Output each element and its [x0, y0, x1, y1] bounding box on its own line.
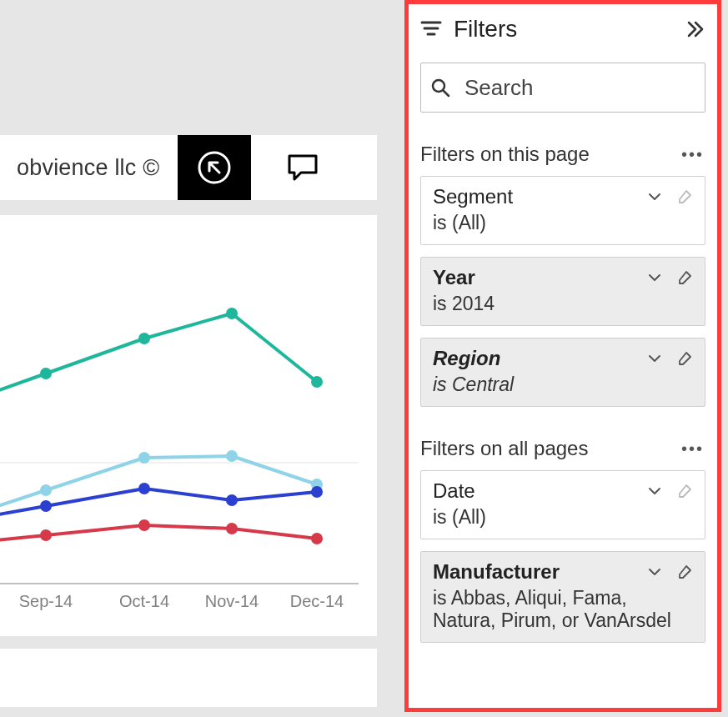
chevron-down-icon[interactable] [646, 350, 663, 367]
collapse-pane-icon[interactable] [685, 19, 705, 39]
filters-search-input[interactable] [463, 74, 728, 102]
filters-pane: Filters Filters on this page • [409, 4, 717, 708]
brand-text: obvience llc © [0, 155, 159, 181]
svg-point-14 [311, 486, 323, 498]
eraser-icon[interactable] [676, 350, 693, 367]
filter-card-manufacturer[interactable]: Manufacturer is Abbas, Aliqui, Fama, Nat… [420, 551, 705, 643]
filter-card-year[interactable]: Year is 2014 [420, 257, 705, 326]
filter-card-segment[interactable]: Segment is (All) [420, 176, 705, 245]
svg-point-13 [226, 494, 238, 506]
svg-point-7 [40, 484, 52, 496]
filters-pane-header: Filters [409, 4, 717, 54]
filter-card-title: Segment [433, 185, 513, 208]
filter-card-status: is 2014 [433, 293, 693, 315]
chevron-down-icon[interactable] [646, 564, 663, 580]
filters-pane-highlight: Filters Filters on this page • [404, 0, 721, 712]
svg-point-15 [40, 529, 52, 541]
svg-point-3 [40, 368, 52, 379]
filters-page-section-header: Filters on this page ••• [420, 143, 705, 166]
report-lower-band [0, 649, 377, 707]
svg-text:Nov-14: Nov-14 [205, 592, 259, 610]
filters-all-more-button[interactable]: ••• [680, 439, 705, 459]
line-chart-visual[interactable]: Sep-14Oct-14Nov-14Dec-14 [0, 215, 377, 636]
svg-text:Sep-14: Sep-14 [19, 592, 73, 610]
svg-text:Dec-14: Dec-14 [290, 592, 344, 610]
filter-card-status: is Central [433, 374, 693, 396]
filters-page-more-button[interactable]: ••• [680, 145, 705, 164]
svg-point-17 [226, 523, 238, 534]
filters-all-section-title: Filters on all pages [420, 437, 588, 460]
chevron-down-icon[interactable] [646, 483, 663, 499]
svg-point-16 [138, 519, 150, 531]
filter-card-status: is Abbas, Aliqui, Fama, Natura, Pirum, o… [433, 587, 693, 632]
svg-point-18 [311, 533, 323, 544]
eraser-icon[interactable] [676, 269, 693, 286]
filter-card-title: Year [433, 266, 475, 289]
search-icon [429, 77, 451, 98]
line-chart-svg: Sep-14Oct-14Nov-14Dec-14 [0, 215, 377, 636]
report-top-band [0, 0, 399, 135]
filters-page-section-title: Filters on this page [420, 143, 590, 166]
chevron-down-icon[interactable] [646, 188, 663, 205]
eraser-icon[interactable] [676, 483, 693, 499]
report-canvas: obvience llc © Sep-14Oct-14Nov-14Dec-14 [0, 0, 399, 717]
comment-button[interactable] [266, 135, 339, 200]
chevron-down-icon[interactable] [646, 269, 663, 286]
svg-point-8 [138, 452, 150, 464]
svg-point-23 [433, 80, 444, 92]
comment-icon [284, 149, 321, 186]
filter-card-status: is (All) [433, 506, 693, 529]
filter-card-title: Manufacturer [433, 560, 560, 584]
svg-point-5 [226, 308, 238, 319]
eraser-icon[interactable] [676, 188, 693, 205]
visual-header-bar: obvience llc © [0, 135, 377, 200]
filters-page-section: Filters on this page ••• Segment is (All… [409, 143, 717, 407]
filter-card-title: Date [433, 479, 475, 503]
svg-point-12 [138, 483, 150, 494]
svg-text:Oct-14: Oct-14 [119, 592, 169, 610]
eraser-icon[interactable] [676, 564, 693, 580]
filter-card-region[interactable]: Region is Central [420, 338, 705, 407]
filter-card-title: Region [433, 347, 500, 370]
filter-card-status: is (All) [433, 212, 693, 234]
svg-point-6 [311, 376, 323, 388]
filters-search[interactable] [420, 63, 705, 113]
svg-point-11 [40, 500, 52, 512]
filter-icon [420, 18, 442, 40]
filters-all-section-header: Filters on all pages ••• [420, 437, 705, 460]
arrow-nw-circle-icon [194, 148, 234, 188]
svg-point-4 [138, 333, 150, 344]
filters-all-section: Filters on all pages ••• Date is (All) [409, 437, 717, 643]
svg-point-9 [226, 450, 238, 462]
filters-pane-title: Filters [454, 16, 517, 43]
filter-card-date[interactable]: Date is (All) [420, 470, 705, 539]
back-button[interactable] [178, 135, 251, 200]
